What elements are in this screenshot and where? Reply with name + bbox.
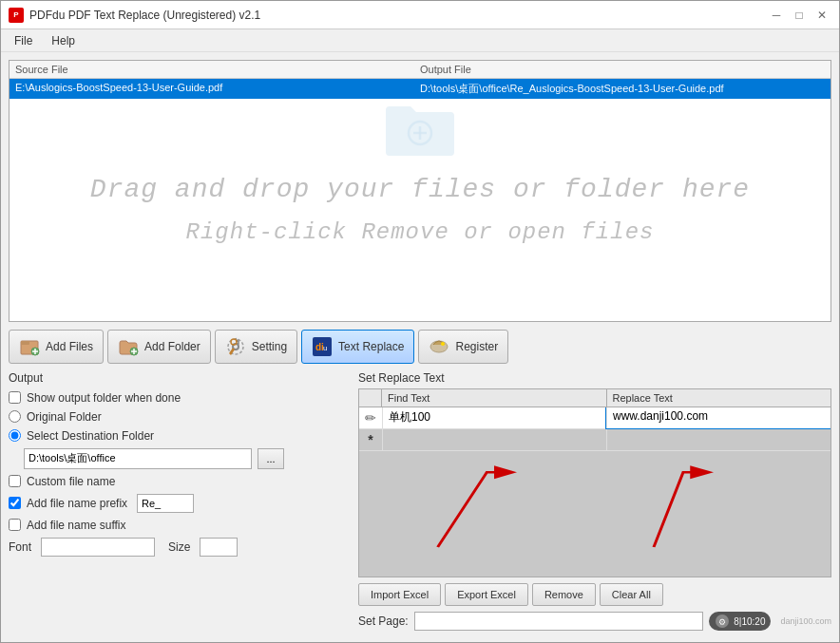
page-info-icon: ⚙	[715, 614, 730, 629]
replace-table-body[interactable]: ✏ 单机100 www.danji100.com *	[359, 407, 830, 577]
prefix-row: Add file name prefix	[9, 493, 351, 514]
main-content: Source File Output File E:\Auslogics-Boo…	[1, 52, 839, 642]
replace-asterisk-row[interactable]: *	[359, 429, 830, 451]
setting-button[interactable]: Setting	[215, 330, 297, 364]
text-replace-button[interactable]: di u Text Replace	[301, 330, 414, 364]
show-output-label: Show output folder when done	[27, 391, 181, 405]
output-panel: Output Show output folder when done Orig…	[9, 371, 351, 632]
add-suffix-label: Add file name suffix	[27, 519, 126, 532]
register-button[interactable]: Register	[418, 330, 508, 364]
menu-help[interactable]: Help	[42, 32, 85, 49]
asterisk-replace-cell[interactable]	[606, 429, 830, 450]
setting-icon	[225, 336, 246, 357]
prefix-value-input[interactable]	[137, 494, 194, 513]
asterisk-icon: *	[359, 430, 382, 449]
set-page-row: Set Page: ⚙ 8|10:20 danji100.com	[358, 612, 831, 631]
font-input[interactable]	[41, 538, 155, 557]
drop-text-secondary: Right-click Remove or open files	[186, 219, 655, 245]
drop-text-primary: Drag and drop your files or folder here	[90, 175, 750, 204]
folder-icon	[382, 99, 458, 160]
svg-text:u: u	[323, 344, 327, 352]
select-dest-radio[interactable]	[9, 429, 21, 442]
set-page-label: Set Page:	[358, 615, 409, 628]
add-prefix-checkbox[interactable]	[9, 497, 21, 509]
add-files-label: Add Files	[46, 340, 93, 353]
col-icon-header	[359, 389, 382, 407]
table-row[interactable]: E:\Auslogics-BoostSpeed-13-User-Guide.pd…	[10, 79, 830, 99]
panels-row: Output Show output folder when done Orig…	[9, 371, 831, 635]
browse-button[interactable]: ...	[258, 448, 284, 469]
output-file-cell: D:\tools\桌面\office\Re_Auslogics-BoostSpe…	[420, 82, 825, 96]
custom-file-row: Custom file name	[9, 474, 351, 489]
replace-panel-label: Set Replace Text	[358, 371, 831, 385]
clear-all-button[interactable]: Clear All	[600, 583, 663, 606]
watermark: danji100.com	[780, 616, 831, 626]
replace-data-row[interactable]: ✏ 单机100 www.danji100.com	[359, 407, 830, 429]
add-files-button[interactable]: Add Files	[9, 330, 104, 364]
minimize-button[interactable]: ─	[767, 7, 786, 24]
col-output-header: Output File	[420, 64, 825, 75]
register-label: Register	[455, 340, 498, 353]
find-text-cell[interactable]: 单机100	[382, 407, 606, 428]
text-replace-icon: di u	[312, 336, 333, 357]
page-info-text: 8|10:20	[734, 616, 765, 627]
maximize-button[interactable]: □	[790, 7, 809, 24]
select-dest-label: Select Destination Folder	[27, 429, 154, 443]
replace-buttons-row: Import Excel Export Excel Remove Clear A…	[358, 581, 831, 608]
remove-button[interactable]: Remove	[532, 583, 596, 606]
output-label: Output	[9, 371, 351, 385]
page-info-badge: ⚙ 8|10:20	[709, 612, 771, 631]
add-suffix-checkbox[interactable]	[9, 519, 21, 531]
row-edit-icon: ✏	[359, 408, 382, 427]
dest-path-row: ...	[9, 447, 351, 470]
menu-bar: File Help	[1, 29, 839, 52]
add-folder-label: Add Folder	[144, 340, 200, 353]
show-output-checkbox[interactable]	[9, 391, 21, 404]
svg-point-18	[441, 342, 445, 346]
text-replace-label: Text Replace	[338, 340, 404, 353]
file-list-header: Source File Output File	[10, 61, 830, 79]
asterisk-find-cell[interactable]	[382, 429, 606, 450]
replace-table: Find Text Replace Text ✏ 单机100 www.danji…	[358, 388, 831, 578]
original-folder-row: Original Folder	[9, 409, 351, 425]
file-list-body[interactable]: E:\Auslogics-BoostSpeed-13-User-Guide.pd…	[10, 79, 830, 321]
toolbar: Add Files Add Folder	[9, 328, 831, 366]
window-controls: ─ □ ✕	[767, 7, 831, 24]
add-files-icon	[19, 336, 40, 357]
size-input[interactable]	[200, 538, 238, 557]
source-file-cell: E:\Auslogics-BoostSpeed-13-User-Guide.pd…	[15, 82, 420, 96]
col-replace-header: Replace Text	[607, 389, 831, 407]
suffix-row: Add file name suffix	[9, 518, 351, 533]
setting-label: Setting	[252, 340, 287, 353]
export-excel-button[interactable]: Export Excel	[445, 583, 528, 606]
dest-path-input[interactable]	[24, 448, 252, 469]
replace-panel: Set Replace Text Find Text Replace Text …	[358, 371, 831, 632]
font-row: Font Size	[9, 537, 351, 558]
drop-area: Drag and drop your files or folder here …	[10, 99, 830, 245]
replace-text-cell[interactable]: www.danji100.com	[606, 407, 830, 428]
svg-text:⚙: ⚙	[718, 617, 726, 627]
window-title: PDFdu PDF Text Replace (Unregistered) v2…	[29, 9, 260, 22]
menu-file[interactable]: File	[5, 32, 42, 49]
add-folder-button[interactable]: Add Folder	[107, 330, 211, 364]
app-icon: P	[9, 8, 24, 23]
show-output-row: Show output folder when done	[9, 390, 351, 406]
import-excel-button[interactable]: Import Excel	[358, 583, 441, 606]
register-icon	[429, 336, 449, 357]
set-page-input[interactable]	[414, 612, 704, 631]
app-window: P PDFdu PDF Text Replace (Unregistered) …	[0, 0, 840, 643]
original-folder-label: Original Folder	[27, 410, 102, 424]
size-label: Size	[168, 540, 190, 554]
custom-filename-checkbox[interactable]	[9, 475, 21, 487]
col-source-header: Source File	[15, 64, 420, 75]
font-label: Font	[9, 540, 31, 554]
title-bar: P PDFdu PDF Text Replace (Unregistered) …	[1, 1, 839, 29]
custom-filename-label: Custom file name	[27, 475, 115, 488]
add-folder-icon	[118, 336, 139, 357]
select-dest-row: Select Destination Folder	[9, 428, 351, 444]
add-prefix-label: Add file name prefix	[27, 497, 127, 510]
col-find-header: Find Text	[382, 389, 607, 407]
replace-table-header: Find Text Replace Text	[359, 389, 830, 407]
close-button[interactable]: ✕	[812, 7, 831, 24]
original-folder-radio[interactable]	[9, 410, 21, 423]
